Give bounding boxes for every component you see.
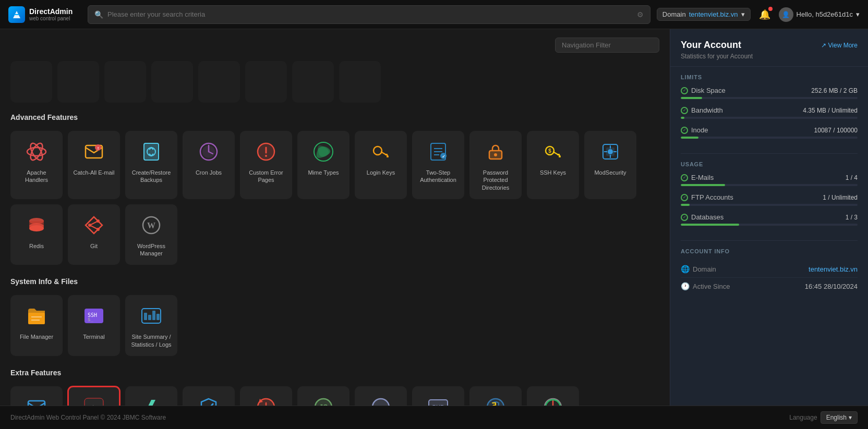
svg-rect-59 — [148, 315, 151, 320]
feature-cron-jobs[interactable]: Cron Jobs — [183, 131, 235, 199]
stat-disk-space: ✓ Disk Space 252.6 MB / 2 GB — [681, 87, 858, 99]
extra-features-grid: Webmail: Roundcube php MyAdmin phpMyAdmi… — [10, 386, 659, 406]
language-button[interactable]: English ▾ — [821, 411, 858, 424]
feature-two-step-auth[interactable]: ✓ Two-Step Authentication — [412, 131, 464, 199]
feature-terminal[interactable]: SSH $_ Terminal — [68, 295, 120, 356]
svg-point-18 — [265, 155, 267, 157]
section-extra: Extra Features — [10, 369, 659, 379]
navbar-right: Domain tentenviet.biz.vn ▾ 🔔 👤 Hello, h5… — [657, 7, 860, 22]
feature-mime-types[interactable]: Mime Types — [297, 131, 349, 199]
feature-catch-all-email[interactable]: ! Catch-All E-mail — [68, 131, 120, 199]
user-greeting: Hello, h5d2e61d1c — [797, 10, 853, 18]
section-system: System Info & Files — [10, 277, 659, 288]
search-icon: 🔍 — [94, 10, 103, 19]
databases-bar — [681, 224, 858, 226]
check-icon: ✓ — [681, 194, 688, 201]
feature-wordpress-manager[interactable]: W WordPress Manager — [125, 204, 177, 265]
language-selector: Language English ▾ — [789, 411, 858, 424]
svg-point-32 — [494, 153, 497, 156]
user-menu[interactable]: 👤 Hello, h5d2e61d1c ▾ — [779, 7, 860, 22]
feature-resource-usage[interactable]: Resource Usage — [527, 386, 579, 406]
feature-phpmyadmin[interactable]: php MyAdmin phpMyAdmin — [68, 386, 120, 406]
feature-modsecurity[interactable]: ModSecurity — [584, 131, 636, 199]
emails-bar — [681, 184, 858, 186]
info-domain: 🌐 Domain tentenviet.biz.vn — [681, 261, 858, 278]
feature-ssh-keys[interactable]: $ SSH Keys — [527, 131, 579, 199]
language-label: Language — [789, 414, 817, 421]
feature-label: Terminal — [83, 333, 105, 340]
feature-domain-php[interactable]: PHP Domain PHP Version — [412, 386, 464, 406]
svg-rect-36 — [559, 156, 561, 157]
feature-apache-handlers[interactable]: Apache Handlers — [10, 131, 63, 199]
notifications[interactable]: 🔔 — [759, 9, 770, 20]
chevron-down-icon: ▾ — [741, 10, 745, 18]
feature-setup-python[interactable]: Setup Python App — [469, 386, 522, 406]
feature-setup-nodejs[interactable]: JS Setup Node.js App — [297, 386, 349, 406]
feature-label: Custom Error Pages — [245, 169, 287, 184]
check-icon: ✓ — [681, 214, 688, 221]
domain-label: Domain — [662, 10, 686, 18]
feature-cpguard[interactable]: cPGuard Security — [183, 386, 235, 406]
feature-custom-error-pages[interactable]: Custom Error Pages — [240, 131, 292, 199]
search-bar: 🔍 ⚙ — [88, 5, 650, 24]
feature-label: Catch-All E-mail — [74, 169, 115, 176]
account-title: Your Account — [681, 40, 753, 51]
feature-label: Cron Jobs — [196, 169, 222, 176]
stat-emails: ✓ E-Mails 1 / 4 — [681, 174, 858, 186]
svg-rect-58 — [144, 313, 147, 320]
arrow-right-icon: ↗ — [821, 42, 826, 49]
view-more-button[interactable]: ↗ View More — [821, 42, 858, 49]
feature-label: Redis — [29, 242, 44, 250]
nav-filter-input[interactable] — [555, 38, 659, 53]
domain-value: tentenviet.biz.vn — [689, 10, 738, 18]
svg-text:$: $ — [548, 148, 551, 154]
section-advanced: Advanced Features — [10, 113, 659, 124]
feature-site-summary[interactable]: Site Summary / Statistics / Logs — [125, 295, 177, 356]
stat-bandwidth: ✓ Bandwidth 4.35 MB / Unlimited — [681, 106, 858, 119]
search-input[interactable] — [107, 10, 633, 18]
feature-label: Apache Handlers — [15, 169, 58, 184]
check-icon: ✓ — [681, 174, 688, 181]
svg-text:W: W — [147, 221, 155, 230]
svg-rect-23 — [387, 156, 389, 157]
domain-value[interactable]: tentenviet.biz.vn — [809, 265, 858, 273]
feature-label: Mime Types — [308, 169, 339, 176]
feature-select-php[interactable]: PHP Select PHP version — [355, 386, 407, 406]
language-value: English — [826, 414, 847, 421]
feature-login-keys[interactable]: Login Keys — [355, 131, 407, 199]
settings-icon[interactable]: ⚙ — [637, 10, 644, 19]
feature-redis[interactable]: Redis — [10, 204, 63, 265]
account-header: Your Account Statistics for your Account… — [670, 29, 868, 67]
feature-label: Git — [90, 242, 98, 250]
active-since-value: 16:45 28/10/2024 — [805, 283, 858, 290]
globe-icon: 🌐 — [681, 265, 690, 273]
view-more-label: View More — [828, 42, 858, 49]
svg-point-40 — [608, 149, 613, 154]
feature-jetbackup[interactable]: JetBackup — [240, 386, 292, 406]
avatar: 👤 — [779, 7, 793, 22]
bell-icon: 🔔 — [759, 9, 770, 20]
info-active-since: 🕐 Active Since 16:45 28/10/2024 — [681, 278, 858, 295]
bandwidth-bar — [681, 117, 858, 119]
feature-git[interactable]: Git — [68, 204, 120, 265]
account-info-title: ACCOUNT INFO — [681, 248, 858, 254]
feature-webmail-roundcube[interactable]: Webmail: Roundcube — [10, 386, 63, 406]
feature-file-manager[interactable]: File Manager — [10, 295, 63, 356]
chevron-down-icon: ▾ — [849, 414, 852, 421]
feature-label: Login Keys — [367, 169, 395, 176]
svg-point-20 — [373, 146, 382, 155]
account-info-section: ACCOUNT INFO 🌐 Domain tentenviet.biz.vn … — [670, 241, 868, 302]
feature-acceleratewp[interactable]: AccelerateWP — [125, 386, 177, 406]
logo: DirectAdmin web control panel — [8, 6, 81, 23]
feature-password-protected[interactable]: Password Protected Directories — [469, 131, 522, 199]
nav-filter-bar — [10, 38, 659, 53]
clock-icon: 🕐 — [681, 282, 690, 290]
feature-create-restore-backups[interactable]: Create/Restore Backups — [125, 131, 177, 199]
feature-label: SSH Keys — [540, 169, 566, 176]
svg-point-45 — [29, 225, 44, 231]
domain-selector[interactable]: Domain tentenviet.biz.vn ▾ — [657, 8, 751, 21]
logo-icon — [8, 6, 25, 23]
limits-title: LIMITS — [681, 74, 858, 80]
system-features-grid: File Manager SSH $_ Terminal — [10, 295, 659, 356]
check-icon: ✓ — [681, 107, 688, 114]
